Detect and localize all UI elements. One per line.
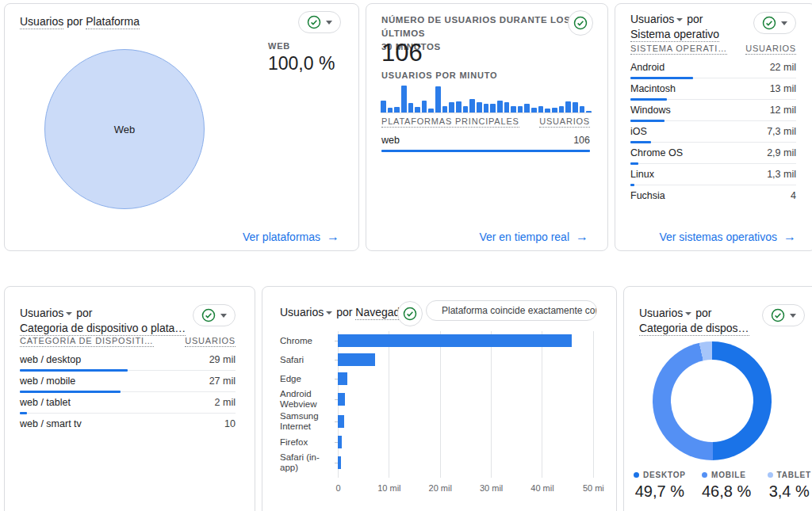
realtime-user-count: 106 xyxy=(381,39,423,67)
table-row: Fuchsia4 xyxy=(630,185,796,206)
dimension-header: SISTEMA OPERATI… xyxy=(630,44,727,55)
card-device-category-donut: Usuarios por Categoria de dispos… DESKTO… xyxy=(623,286,812,511)
minute-bar xyxy=(388,108,393,112)
table-row: web / mobile27 mil xyxy=(20,371,236,392)
data-quality-badge[interactable] xyxy=(568,10,593,36)
card-title: Usuarios por Navegador xyxy=(280,305,410,320)
minute-bar xyxy=(559,106,565,113)
bar-row: Samsung Internet xyxy=(280,410,597,433)
value-header: USUARIOS xyxy=(539,116,590,128)
row-value: 7,3 mil xyxy=(767,126,796,137)
bar xyxy=(338,334,572,347)
legend-percentage: 46,8 % xyxy=(702,482,751,501)
card-users-by-device-category: Usuarios por Categoria de dispositivo o … xyxy=(4,286,255,511)
row-value: 106 xyxy=(573,135,590,146)
table-header: PLATAFORMAS PRINCIPALES USUARIOS xyxy=(381,116,590,130)
users-per-minute-chart xyxy=(381,83,592,113)
table-row: web106 xyxy=(381,130,590,151)
minute-bar xyxy=(401,86,407,112)
metric-selector[interactable]: Usuarios xyxy=(630,13,684,25)
title-metric: Usuarios xyxy=(639,307,683,319)
minute-bar xyxy=(511,106,516,113)
minute-bar xyxy=(545,109,550,112)
row-label: Linux xyxy=(630,169,654,180)
title-connector: por xyxy=(333,306,355,318)
minute-bar xyxy=(442,106,448,113)
data-quality-badge[interactable] xyxy=(193,304,236,326)
bar-row: Firefox xyxy=(280,433,597,452)
minute-bar xyxy=(504,102,510,112)
legend-label: DESKTOP xyxy=(643,471,686,479)
minute-bar xyxy=(381,101,386,112)
table-header: SISTEMA OPERATI… USUARIOS xyxy=(630,44,796,57)
row-label: Chrome OS xyxy=(630,147,683,158)
bar-rows: ChromeSafariEdgeAndroid WebviewSamsung I… xyxy=(280,331,597,493)
view-os-link[interactable]: Ver sistemas operativos→ xyxy=(659,231,796,243)
table-header: CATEGORÍA DE DISPOSITI… USUARIOS xyxy=(20,336,236,349)
row-label: web / tablet xyxy=(20,397,71,408)
view-realtime-link[interactable]: Ver en tiempo real→ xyxy=(479,231,588,243)
link-label: Ver sistemas operativos xyxy=(659,231,777,243)
row-value: 10 xyxy=(224,418,236,429)
legend-label: MOBILE xyxy=(711,471,746,479)
metric-selector[interactable]: Usuarios xyxy=(20,307,73,319)
link-label: Ver en tiempo real xyxy=(479,231,569,243)
dropdown-arrow-icon xyxy=(790,314,796,318)
analytics-dashboard: Usuarios por Plataforma Web WEB 100,0 % … xyxy=(0,0,812,511)
bar xyxy=(338,393,345,406)
legend-item: MOBILE46,8 % xyxy=(702,471,751,501)
row-value: 29 mil xyxy=(209,354,236,365)
minute-bar xyxy=(435,86,441,112)
minute-bar xyxy=(428,109,434,112)
arrow-drop-down-icon xyxy=(66,312,72,315)
view-platforms-link[interactable]: Ver plataformas→ xyxy=(243,231,339,243)
filter-chip[interactable]: Plataforma coincide exactamente con '… xyxy=(426,300,597,321)
dropdown-arrow-icon xyxy=(220,314,227,318)
table-row: Linux1,3 mil xyxy=(630,164,796,185)
arrow-right-icon: → xyxy=(783,231,796,242)
row-label: web / smart tv xyxy=(20,418,82,429)
browser-bar-chart: 010 mil20 mil30 mil40 mil50 miChromeSafa… xyxy=(280,331,597,493)
data-quality-badge[interactable] xyxy=(762,304,805,326)
device-category-table: CATEGORÍA DE DISPOSITI… USUARIOS web / d… xyxy=(20,336,236,434)
title-dimension: Plataforma xyxy=(86,15,140,29)
bar xyxy=(338,353,375,366)
bar-label: Android Webview xyxy=(280,389,338,410)
row-value: 12 mil xyxy=(770,105,796,116)
data-quality-badge[interactable] xyxy=(753,12,796,34)
row-value: 2 mil xyxy=(215,397,236,408)
minute-bar xyxy=(477,102,482,112)
bar-label: Safari xyxy=(280,355,338,365)
dropdown-arrow-icon xyxy=(781,21,787,25)
value-header: USUARIOS xyxy=(745,44,796,55)
metric-selector[interactable]: Usuarios xyxy=(639,307,692,319)
bar-zone xyxy=(338,456,597,469)
bar xyxy=(338,456,341,469)
data-quality-badge[interactable] xyxy=(397,301,423,326)
check-circle-icon xyxy=(307,15,321,29)
card-title: Usuarios por Plataforma xyxy=(20,14,140,29)
row-label: Macintosh xyxy=(630,83,676,94)
platform-metric: WEB 100,0 % xyxy=(268,41,335,74)
bar-label: Chrome xyxy=(280,336,338,346)
minute-bar xyxy=(463,106,469,113)
device-donut-chart xyxy=(653,341,772,460)
bar-zone xyxy=(338,436,597,448)
check-circle-icon xyxy=(201,308,216,322)
legend-label: TABLET xyxy=(777,471,812,479)
title-connector: por xyxy=(684,13,703,25)
metric-selector[interactable]: Usuarios xyxy=(280,306,333,318)
card-users-by-os: Usuarios por Sistema operativo SISTEMA O… xyxy=(615,3,812,251)
row-label: Android xyxy=(630,62,665,73)
title-metric: Usuarios xyxy=(630,13,674,25)
minute-bar xyxy=(538,106,544,113)
legend-percentage: 3,4 % xyxy=(768,482,812,501)
title-connector: por xyxy=(63,15,86,28)
dimension-header: CATEGORÍA DE DISPOSITI… xyxy=(20,336,154,347)
data-quality-badge[interactable] xyxy=(298,11,341,33)
row-label: iOS xyxy=(630,126,647,137)
minute-bar xyxy=(408,103,414,112)
minute-bar xyxy=(394,107,400,112)
check-circle-icon xyxy=(771,308,785,322)
bar xyxy=(338,372,347,385)
